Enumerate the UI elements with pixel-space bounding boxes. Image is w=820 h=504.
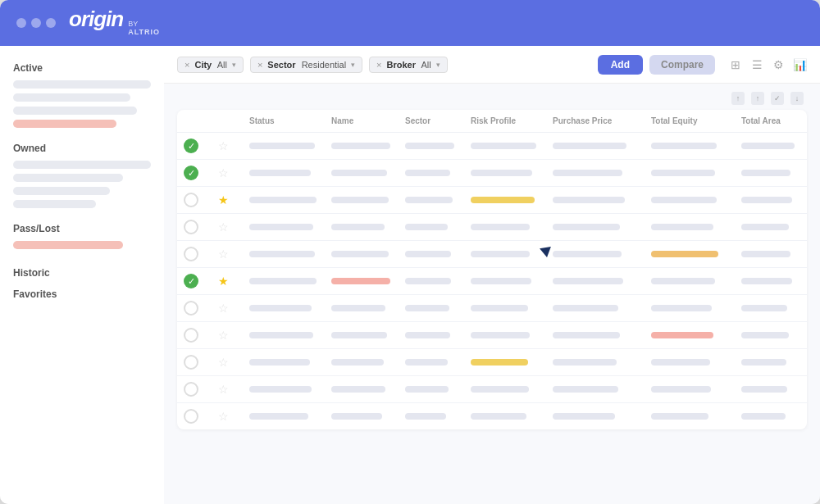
status-cell [184,328,216,343]
table-row[interactable]: ✓ ☆ [177,133,807,160]
equity-cell [651,359,741,366]
settings-icon[interactable]: ⚙ [771,57,786,72]
table-row[interactable]: ☆ [177,403,807,429]
remove-filter-icon: × [376,60,381,70]
star-icon[interactable]: ★ [216,275,230,288]
col-header-purchase: Purchase Price [553,116,651,125]
list-item[interactable] [13,174,123,182]
star-icon[interactable]: ☆ [216,220,230,234]
table-row[interactable]: ☆ [177,322,807,349]
sector-cell [405,251,471,257]
toolbar: × City All ▾ × Sector Residential ▾ × Br… [164,46,820,84]
list-item[interactable] [13,107,137,115]
star-cell: ☆ [216,166,249,179]
toolbar-icons: ⊞ ☰ ⚙ 📊 [728,57,807,72]
list-item[interactable] [13,80,151,89]
sort-icon-1[interactable]: ↑ [731,92,745,105]
purchase-cell [553,251,651,257]
window-controls [16,18,56,28]
table-row[interactable]: ☆ [177,214,807,241]
purchase-cell [553,170,651,176]
star-icon[interactable]: ☆ [216,410,230,423]
risk-cell [471,278,553,284]
col-header-status [184,116,216,125]
status-cell [184,220,216,234]
sector-cell [405,197,471,203]
app-window: origin BY ALTRIO Active Owned [0,0,820,504]
purchase-cell [553,224,651,230]
filter-chip-city[interactable]: × City All ▾ [177,57,244,73]
sidebar-section-owned: Owned [13,143,151,213]
status-cell [184,355,216,370]
logo-sub: BY ALTRIO [128,20,160,36]
close-dot [16,18,26,28]
list-icon[interactable]: ☰ [749,57,764,72]
logo: origin BY ALTRIO [69,7,160,39]
status-bar-cell [249,197,331,203]
status-cell [184,247,216,261]
table-row[interactable]: ☆ [177,349,807,376]
sort-icon-2[interactable]: ↑ [751,92,764,105]
list-item[interactable] [13,187,110,195]
sidebar-item-favorites[interactable]: Favorites [13,288,151,300]
risk-cell [471,143,553,149]
status-bar-cell [249,224,331,230]
sort-icon-3[interactable]: ✓ [771,92,784,105]
table-row[interactable]: ☆ [177,295,807,322]
star-icon[interactable]: ★ [216,193,230,207]
equity-cell [651,278,741,284]
sector-cell [405,413,471,420]
star-icon[interactable]: ☆ [216,166,230,179]
status-bar-cell [249,251,331,257]
compare-button[interactable]: Compare [649,55,715,75]
table-row[interactable]: ☆ [177,241,807,268]
status-empty-icon [184,220,198,234]
filter-chip-sector[interactable]: × Sector Residential ▾ [250,57,362,73]
titlebar: origin BY ALTRIO [0,0,820,46]
list-item[interactable] [13,120,116,128]
star-icon[interactable]: ☆ [216,247,230,261]
sidebar-section-active: Active [13,62,151,133]
risk-cell [471,197,553,203]
purchase-cell [553,413,651,420]
star-cell: ☆ [216,329,249,342]
grid-icon[interactable]: ⊞ [728,57,743,72]
sector-cell [405,170,471,176]
star-cell: ☆ [216,139,249,152]
risk-cell [471,170,553,176]
purchase-cell [553,359,651,366]
table-row[interactable]: ✓ ☆ [177,160,807,187]
table-row[interactable]: ★ [177,187,807,214]
star-cell: ☆ [216,302,249,315]
chart-icon[interactable]: 📊 [792,57,807,72]
add-button[interactable]: Add [598,55,643,75]
chevron-down-icon: ▾ [436,61,440,69]
list-item[interactable] [13,161,151,169]
name-cell [331,278,405,284]
status-bar-cell [249,143,331,149]
table-row[interactable]: ☆ [177,376,807,403]
maximize-dot [46,18,56,28]
status-bar-cell [249,278,331,284]
star-icon[interactable]: ☆ [216,329,230,342]
sector-cell [405,305,471,311]
star-icon[interactable]: ☆ [216,356,230,369]
star-icon[interactable]: ☆ [216,302,230,315]
table-row[interactable]: ✓ ★ [177,268,807,295]
filter-chip-broker[interactable]: × Broker All ▾ [369,57,448,73]
col-header-name: Name [331,116,405,125]
sort-icon-4[interactable]: ↓ [790,92,804,105]
sidebar-item-historic[interactable]: Historic [13,267,151,279]
star-icon[interactable]: ☆ [216,139,230,152]
status-bar-cell [249,386,331,393]
status-empty-icon [184,355,198,370]
star-icon[interactable]: ☆ [216,383,230,396]
list-item[interactable] [13,241,123,249]
remove-filter-icon: × [184,60,189,70]
filter-value: All [215,60,227,70]
logo-altrio: ALTRIO [128,28,160,36]
list-item[interactable] [13,93,130,102]
name-cell [331,251,405,257]
list-item[interactable] [13,200,96,208]
area-cell [741,197,807,203]
